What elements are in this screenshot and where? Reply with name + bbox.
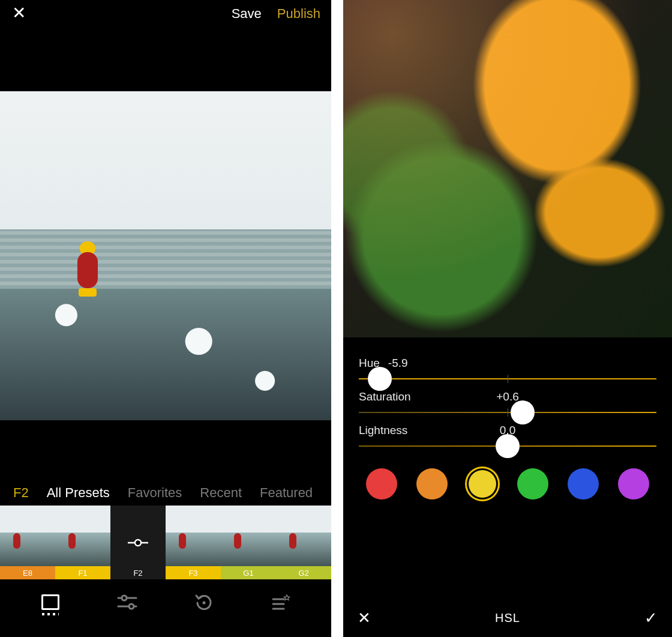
svg-point-1 xyxy=(135,540,141,546)
slider-saturation: Saturation +0.6 xyxy=(359,390,656,413)
toolbar-recipes-button[interactable] xyxy=(265,587,296,618)
swatch-purple[interactable] xyxy=(618,468,649,500)
swatch-red[interactable] xyxy=(366,468,397,500)
header-spacer xyxy=(0,28,331,91)
publish-button[interactable]: Publish xyxy=(277,6,320,22)
preset-label: G1 xyxy=(221,566,276,579)
slider-saturation-value: +0.6 xyxy=(496,390,519,403)
slider-lightness-label: Lightness xyxy=(359,424,407,437)
photo-preview[interactable] xyxy=(343,0,672,337)
slider-saturation-knob[interactable] xyxy=(511,400,535,424)
preset-label: E8 xyxy=(0,566,55,579)
cancel-icon[interactable]: ✕ xyxy=(358,609,371,627)
svg-point-6 xyxy=(203,602,206,605)
hsl-footer: ✕ HSL ✓ xyxy=(343,599,672,637)
slider-hue-track[interactable] xyxy=(359,378,656,379)
toolbar-history-button[interactable] xyxy=(188,587,220,618)
swatch-orange[interactable] xyxy=(416,468,448,500)
bottom-toolbar xyxy=(0,579,331,625)
preset-label: F1 xyxy=(55,566,110,579)
color-swatches xyxy=(359,457,656,500)
preset-g1[interactable]: G1 xyxy=(221,506,276,579)
swatch-yellow[interactable] xyxy=(467,468,498,500)
preset-f1[interactable]: F1 xyxy=(55,506,110,579)
svg-point-5 xyxy=(129,604,134,609)
slider-hue: Hue -5.9 xyxy=(359,357,656,379)
preset-g2[interactable]: G2 xyxy=(276,506,331,579)
tab-all-presets[interactable]: All Presets xyxy=(47,485,110,501)
slider-lightness-track[interactable] xyxy=(359,445,656,447)
header: ✕ Save Publish xyxy=(0,0,331,28)
preset-strip[interactable]: E8 F1 F2 F3 G1 G2 xyxy=(0,506,331,579)
tab-recent[interactable]: Recent xyxy=(200,485,242,501)
slider-lightness: Lightness 0.0 xyxy=(359,424,656,447)
preset-e8[interactable]: E8 xyxy=(0,506,55,579)
swatch-blue[interactable] xyxy=(568,468,599,500)
slider-saturation-track[interactable] xyxy=(359,412,656,413)
tab-favorites[interactable]: Favorites xyxy=(128,485,182,501)
confirm-icon[interactable]: ✓ xyxy=(644,609,658,627)
panel-title: HSL xyxy=(495,611,520,625)
slider-hue-knob[interactable] xyxy=(368,367,392,391)
preset-category-tabs: F2 All Presets Favorites Recent Featured xyxy=(0,480,331,506)
preset-label: F3 xyxy=(166,566,221,579)
tab-current-preset[interactable]: F2 xyxy=(13,485,29,501)
preset-f3[interactable]: F3 xyxy=(166,506,221,579)
editor-hsl-screen: Hue -5.9 Saturation +0.6 Lightness 0.0 xyxy=(343,0,672,637)
preset-label: G2 xyxy=(276,566,331,579)
toolbar-presets-button[interactable] xyxy=(35,587,66,618)
toolbar-adjust-button[interactable] xyxy=(112,587,143,618)
preset-f2[interactable]: F2 xyxy=(110,506,166,579)
save-button[interactable]: Save xyxy=(232,6,262,22)
hsl-controls: Hue -5.9 Saturation +0.6 Lightness 0.0 xyxy=(343,343,672,637)
history-icon xyxy=(194,593,214,611)
slider-lightness-knob[interactable] xyxy=(496,434,520,458)
svg-point-3 xyxy=(122,596,127,600)
close-icon[interactable]: ✕ xyxy=(12,5,26,22)
swatch-green[interactable] xyxy=(517,468,548,500)
recipes-icon xyxy=(271,593,291,611)
sliders-icon xyxy=(117,593,137,611)
slider-saturation-label: Saturation xyxy=(359,390,411,403)
slider-hue-value: -5.9 xyxy=(388,357,408,370)
presets-icon xyxy=(41,594,59,610)
tab-featured[interactable]: Featured xyxy=(260,485,313,501)
preset-label: F2 xyxy=(110,566,166,579)
photo-preview[interactable] xyxy=(0,91,331,420)
preview-spacer xyxy=(0,420,331,480)
editor-presets-screen: ✕ Save Publish F2 All Presets Favorites … xyxy=(0,0,331,637)
